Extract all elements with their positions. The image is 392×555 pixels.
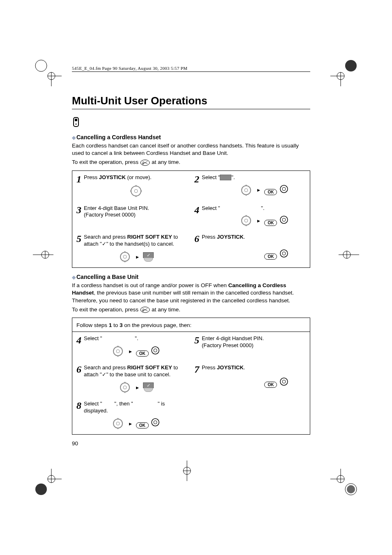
svg-point-61: [152, 347, 159, 354]
ok-label: OK: [264, 220, 277, 226]
step-3: 3 Enter 4-digit Base Unit PIN. (Factory …: [76, 205, 188, 228]
step-text: Enter 4-digit Handset PIN.: [202, 335, 306, 342]
display-chip-icon: [220, 175, 231, 180]
diamond-icon: ◆: [72, 135, 76, 140]
stepnum: 7: [194, 364, 199, 374]
handset-icon: [72, 117, 310, 131]
step-text: .: [244, 234, 245, 240]
ok-label: OK: [136, 422, 149, 428]
step-text: .: [244, 364, 245, 371]
section2-exit: To exit the operation, press at any time…: [72, 306, 310, 313]
subhead-text: Cancelling a Cordless Handset: [76, 134, 161, 140]
svg-point-69: [152, 419, 159, 426]
step-text: ".: [261, 205, 264, 211]
stepnum: 6: [76, 364, 81, 374]
regmark-mr: [339, 246, 359, 263]
svg-point-59: [113, 347, 122, 356]
svg-point-44: [134, 189, 138, 193]
svg-point-48: [282, 187, 286, 191]
page-number: 90: [72, 440, 310, 447]
exit-suffix: at any time.: [152, 306, 180, 313]
svg-point-63: [120, 383, 129, 392]
step-text: Search and press: [84, 234, 127, 240]
subhead-text: Cancelling a Base Unit: [76, 274, 138, 280]
exit-prefix: To exit the operation, press: [72, 306, 138, 313]
step-text: Press: [84, 174, 99, 180]
joystick-updown-icon: [111, 417, 125, 430]
step-text: Enter 4-digit Base Unit PIN.: [84, 205, 188, 212]
svg-point-55: [280, 250, 288, 257]
svg-point-50: [244, 219, 248, 222]
svg-rect-39: [75, 119, 77, 121]
exit-suffix: at any time.: [152, 159, 180, 166]
steps-box-2: Follow steps 1 to 3 on the previous page…: [72, 318, 310, 435]
svg-point-28: [347, 485, 355, 493]
regmark-ml: [33, 246, 53, 263]
step-text: ", then ": [114, 401, 133, 407]
joystick-press-icon: [279, 184, 289, 193]
svg-point-43: [131, 186, 141, 196]
regmark-bc: [179, 461, 195, 481]
section1-para: Each cordless handset can cancel itself …: [72, 142, 310, 157]
step-b4: 4 Select "". ▸ OK: [76, 335, 188, 358]
step-bold: JOYSTICK: [217, 364, 244, 371]
ok-label: OK: [136, 350, 149, 357]
step-b5: 5 Enter 4-digit Handset PIN. (Factory Pr…: [194, 335, 306, 358]
step-5: 5 Search and press RIGHT SOFT KEY to att…: [76, 234, 188, 263]
svg-point-68: [116, 422, 120, 425]
svg-point-45: [242, 186, 251, 195]
svg-point-65: [280, 378, 288, 385]
svg-point-7: [345, 60, 357, 71]
svg-point-0: [35, 60, 47, 71]
stepnum: 2: [194, 174, 199, 184]
ok-label: OK: [264, 382, 277, 388]
stepnum: 1: [76, 174, 81, 184]
svg-point-70: [154, 421, 157, 424]
joystick-press-icon: [279, 249, 289, 258]
svg-point-46: [244, 189, 248, 192]
svg-point-67: [113, 419, 122, 428]
svg-point-52: [282, 218, 286, 221]
softkey-check-icon: ✓: [143, 252, 154, 262]
ok-label: OK: [264, 253, 277, 260]
step-text: (Factory Preset 0000): [84, 212, 188, 219]
diamond-icon: ◆: [72, 274, 76, 280]
ok-label: OK: [264, 189, 277, 195]
svg-point-53: [120, 252, 129, 261]
svg-point-49: [242, 216, 251, 225]
stepnum: 4: [194, 205, 199, 215]
joystick-press-icon: [150, 346, 161, 355]
svg-point-60: [116, 350, 120, 353]
arrow-right-icon: ▸: [129, 348, 132, 355]
regmark-br: [330, 469, 359, 497]
frame-header: 545E_E_04.fm Page 90 Saturday, August 30…: [72, 66, 310, 72]
step-bold: RIGHT SOFT KEY: [127, 364, 172, 371]
step-text: ".: [135, 335, 138, 341]
section2-para: If a cordless handset is out of range an…: [72, 282, 310, 304]
stepnum: 6: [194, 234, 199, 244]
stepnum: 3: [76, 205, 81, 215]
step-bold: JOYSTICK: [99, 174, 126, 180]
arrow-right-icon: ▸: [136, 253, 139, 260]
step-1: 1 Press JOYSTICK (or move).: [76, 174, 188, 198]
step-b7: 7 Press JOYSTICK. OK: [194, 364, 306, 394]
follow-text: Follow steps 1 to 3 on the previous page…: [76, 322, 191, 328]
svg-point-40: [76, 124, 77, 125]
section1-exit: To exit the operation, press at any time…: [72, 159, 310, 166]
joystick-updown-icon: [239, 184, 253, 197]
off-key-icon: [140, 306, 150, 313]
step-b8: 8 Select "", then "" is displayed. ▸ OK: [76, 401, 188, 430]
stepnum: 4: [76, 335, 81, 345]
regmark-tl: [33, 58, 62, 86]
subhead-cancel-base: ◆Cancelling a Base Unit: [72, 274, 310, 280]
stepnum: 8: [76, 401, 81, 410]
step-text: (or move).: [126, 174, 152, 180]
arrow-right-icon: ▸: [257, 186, 260, 193]
para-text: If a cordless handset is out of range an…: [72, 282, 228, 288]
step-2: 2 Select "". ▸ OK: [194, 174, 306, 198]
svg-point-56: [282, 252, 286, 255]
joystick-press-icon: [279, 215, 289, 224]
joystick-4way-icon: [128, 184, 144, 198]
step-text: Select ": [202, 205, 220, 211]
step-4: 4 Select "". ▸ OK: [194, 205, 306, 228]
